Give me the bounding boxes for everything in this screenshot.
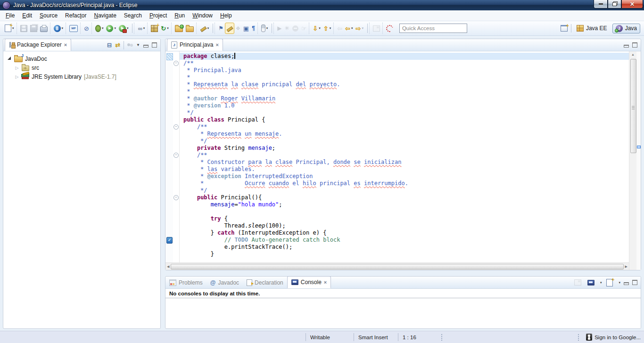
save-button[interactable] <box>19 23 29 33</box>
task-overview-marker[interactable] <box>637 146 641 148</box>
java-element-state-button[interactable]: ▾ <box>260 23 270 33</box>
overview-ruler[interactable] <box>636 51 641 270</box>
code-line[interactable]: } <box>180 251 629 258</box>
external-annotations-button[interactable]: ▾ <box>198 23 211 33</box>
print-button[interactable] <box>39 23 49 33</box>
previous-annotation-button[interactable]: ⇧▾ <box>322 23 332 33</box>
dropdown-arrow-icon[interactable]: ▾ <box>102 26 104 30</box>
dropdown-arrow-icon[interactable]: ▾ <box>127 26 129 30</box>
import-folder-button[interactable] <box>173 23 184 33</box>
forward-button[interactable]: ⇨▾ <box>354 23 364 33</box>
menu-search[interactable]: Search <box>120 11 146 20</box>
new-wizard-button[interactable]: ▾ <box>3 23 16 33</box>
folding-ruler[interactable]: −−−− <box>173 51 180 262</box>
back-button[interactable]: ⇦▾ <box>344 23 354 33</box>
code-line[interactable] <box>180 208 629 215</box>
fold-collapse-icon[interactable]: − <box>173 61 179 66</box>
fold-collapse-icon[interactable]: − <box>173 124 179 130</box>
minimize-window-button[interactable] <box>594 0 608 8</box>
code-line[interactable]: * @author Roger Villamarin <box>180 95 629 102</box>
debug-button[interactable]: ▾ <box>94 23 105 33</box>
menu-help[interactable]: Help <box>216 11 236 20</box>
vertical-scrollbar-thumb[interactable] <box>630 59 636 153</box>
code-line[interactable]: try { <box>180 215 629 222</box>
mp-tool-button[interactable]: MP <box>68 23 79 33</box>
tree-item-jre-system-library[interactable]: ▷JRE System Library [JavaSE-1.7] <box>4 72 160 81</box>
task-marker-icon[interactable]: ✓ <box>166 237 173 244</box>
perspective-java-ee[interactable]: Java EE <box>573 24 611 33</box>
dropdown-arrow-icon[interactable]: ▾ <box>319 26 321 30</box>
web-browser-button[interactable]: 8▾ <box>52 23 65 33</box>
focus-on-task-button[interactable] <box>127 43 133 47</box>
open-console-page-button[interactable] <box>573 278 583 288</box>
vertical-scrollbar[interactable]: ▲ <box>629 51 636 270</box>
menu-run[interactable]: Run <box>171 11 189 20</box>
coverage-button[interactable]: ∞▾ <box>136 23 146 33</box>
resume-button[interactable]: ▶ <box>276 23 283 33</box>
show-source-button[interactable]: ▣ <box>242 23 250 33</box>
tab-principal-java[interactable]: J Principal.java × <box>167 39 223 51</box>
collapsed-arrow-icon[interactable]: ▷ <box>15 74 19 79</box>
perspective-java[interactable]: JJava <box>612 24 640 33</box>
horizontal-scrollbar-thumb[interactable] <box>171 264 623 270</box>
fold-collapse-icon[interactable]: − <box>173 153 179 158</box>
maximize-editor-button[interactable] <box>632 42 637 48</box>
dropdown-arrow-icon[interactable]: ▾ <box>619 281 620 285</box>
run-external-tools-button[interactable]: ▾ <box>117 23 130 33</box>
code-line[interactable]: */ <box>180 138 629 145</box>
save-all-button[interactable] <box>29 23 39 33</box>
scroll-right-icon[interactable]: ▶ <box>625 265 627 269</box>
fold-collapse-icon[interactable]: − <box>173 195 179 200</box>
new-java-project-button[interactable] <box>149 23 159 33</box>
code-line[interactable]: * Representa la clase principal del proy… <box>180 81 629 88</box>
dropdown-arrow-icon[interactable]: ▾ <box>351 26 353 30</box>
dropdown-arrow-icon[interactable]: ▾ <box>62 26 64 30</box>
drag-to-frame-button[interactable]: ☞ <box>300 23 308 33</box>
tab-console[interactable]: Console× <box>287 276 331 288</box>
collapse-all-button[interactable]: ⊟ <box>107 42 112 49</box>
code-line[interactable]: mensaje="hola mundo"; <box>180 201 629 208</box>
dropdown-arrow-icon[interactable]: ▾ <box>266 26 268 30</box>
step-filters-button[interactable]: ✳ <box>283 23 291 33</box>
menu-source[interactable]: Source <box>36 11 61 20</box>
menu-project[interactable]: Project <box>146 11 171 20</box>
minimize-editor-button[interactable] <box>624 45 629 48</box>
tab-declaration[interactable]: Declaration <box>243 279 287 286</box>
code-line[interactable]: * Constructor para la clase Principal, d… <box>180 159 629 166</box>
tab-javadoc[interactable]: @Javadoc <box>206 279 243 286</box>
minimize-view-button[interactable] <box>624 282 629 285</box>
expanded-arrow-icon[interactable] <box>8 57 11 60</box>
code-line[interactable]: package clases; <box>180 53 629 60</box>
code-line[interactable]: * @exception InterruptedException <box>180 173 629 180</box>
dropdown-arrow-icon[interactable]: ▾ <box>143 26 145 30</box>
link-with-editor-button[interactable] <box>372 23 381 33</box>
skip-all-breakpoints-button[interactable]: ⊘ <box>83 23 91 33</box>
open-console-button[interactable] <box>605 278 614 288</box>
code-line[interactable]: public class Principal { <box>180 116 629 123</box>
dropdown-arrow-icon[interactable]: ▾ <box>207 26 209 30</box>
link-with-editor-button[interactable]: ⇄ <box>115 41 120 49</box>
code-line[interactable]: * <box>180 88 629 95</box>
quick-access-input[interactable] <box>399 24 467 33</box>
tab-problems[interactable]: Problems <box>165 279 206 286</box>
annotation-ruler[interactable]: ✓ <box>165 51 173 262</box>
generate-button[interactable]: ↻▾ <box>159 23 170 33</box>
maximize-view-button[interactable] <box>632 280 637 285</box>
dropdown-arrow-icon[interactable]: ▾ <box>362 26 363 30</box>
scroll-up-icon[interactable]: ▲ <box>631 53 635 56</box>
code-line[interactable]: private String mensaje; <box>180 145 629 152</box>
run-button[interactable]: ▾ <box>105 23 117 33</box>
open-perspective-button[interactable] <box>559 23 569 33</box>
restore-window-button[interactable] <box>608 0 621 8</box>
code-line[interactable]: * las variables. <box>180 166 629 173</box>
view-menu-icon[interactable]: ▼ <box>136 43 140 47</box>
tab-package-explorer[interactable]: Package Explorer × <box>5 39 71 51</box>
terminate-button[interactable] <box>291 23 300 33</box>
code-line[interactable]: * @version 1.0 <box>180 102 629 109</box>
maximize-view-button[interactable] <box>152 42 157 48</box>
next-annotation-button[interactable]: ⇩▾ <box>311 23 322 33</box>
code-line[interactable]: Thread.sleep(100); <box>180 222 629 229</box>
dropdown-arrow-icon[interactable]: ▾ <box>114 26 116 30</box>
close-tab-icon[interactable]: × <box>215 42 218 47</box>
menu-file[interactable]: File <box>2 11 18 20</box>
